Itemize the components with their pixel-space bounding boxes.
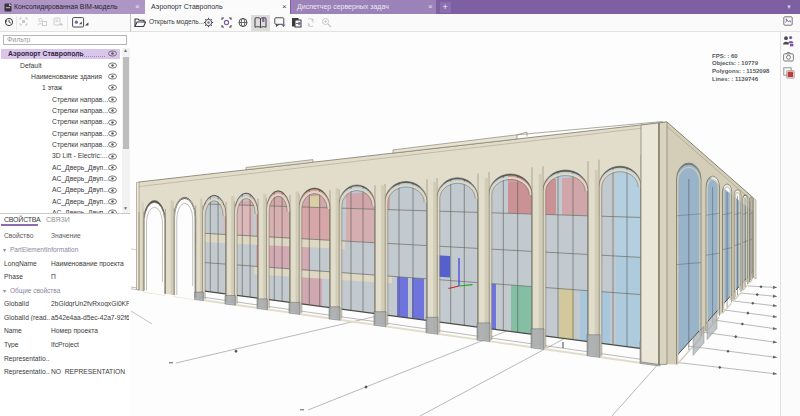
svg-text:FPS: : 60: FPS: : 60 xyxy=(712,53,738,59)
svg-text:Polygons: : 1152098: Polygons: : 1152098 xyxy=(712,68,770,74)
svg-text:Lines: : 1139746: Lines: : 1139746 xyxy=(712,76,759,82)
svg-text:Objects: : 10779: Objects: : 10779 xyxy=(712,60,759,66)
